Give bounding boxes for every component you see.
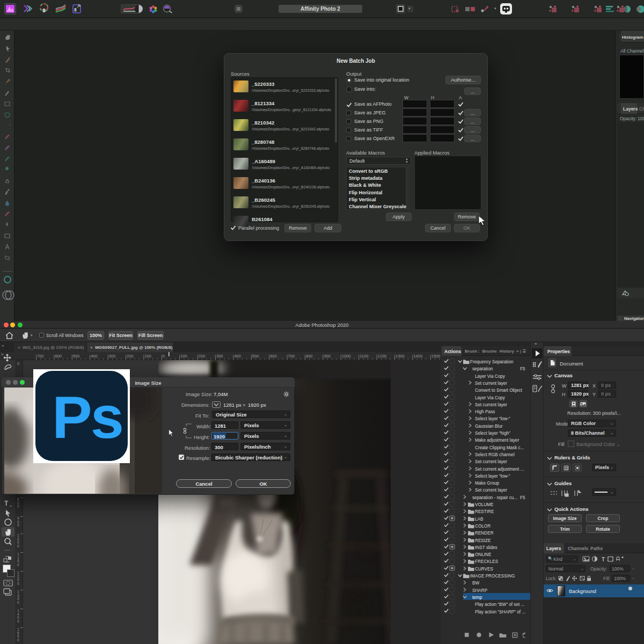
svg-text:0: 0 [163, 354, 165, 358]
svg-text:SHARP: SHARP [472, 588, 488, 593]
svg-text:Convert to Smart Object: Convert to Smart Object [475, 388, 523, 393]
svg-text:0: 0 [17, 601, 19, 604]
svg-text:900: 900 [324, 354, 331, 358]
svg-text:300: 300 [216, 354, 223, 358]
svg-text:Set current layer: Set current layer [475, 381, 507, 386]
svg-text:1100: 1100 [360, 354, 368, 358]
svg-text:0: 0 [17, 563, 19, 567]
svg-text:FRECKLES: FRECKLES [475, 559, 499, 564]
svg-text:1000: 1000 [342, 354, 351, 358]
svg-text:Gaussian Blur: Gaussian Blur [475, 424, 503, 429]
svg-text:F5: F5 [520, 495, 525, 500]
svg-text:separation - repair cu...: separation - repair cu... [472, 495, 517, 500]
svg-text:700: 700 [288, 354, 295, 358]
svg-text:RESTIRE: RESTIRE [475, 509, 494, 514]
svg-text:0: 0 [17, 638, 19, 642]
svg-text:Select layer “low-”: Select layer “low-” [475, 474, 510, 479]
svg-text:0: 0 [17, 544, 19, 548]
svg-text:RESIZE: RESIZE [475, 538, 491, 543]
svg-text:separation: separation [472, 367, 493, 371]
svg-text:0: 0 [17, 362, 19, 365]
svg-text:Make adjustment layer: Make adjustment layer [475, 438, 519, 443]
svg-text:200: 200 [199, 354, 206, 358]
svg-text:CURVES: CURVES [475, 567, 494, 572]
svg-text:600: 600 [270, 354, 277, 358]
svg-text:High Pass: High Pass [475, 409, 495, 414]
svg-text:Select RGB channel: Select RGB channel [475, 452, 515, 457]
svg-text:1200: 1200 [378, 354, 387, 358]
svg-text:500: 500 [73, 354, 80, 358]
svg-text:500: 500 [252, 354, 259, 358]
svg-text:100: 100 [180, 354, 187, 358]
svg-text:0: 0 [17, 504, 19, 508]
svg-text:800: 800 [306, 354, 313, 358]
svg-text:400: 400 [234, 354, 241, 358]
svg-text:Play action “BW” of set ...: Play action “BW” of set ... [475, 602, 524, 607]
svg-text:VOLUME: VOLUME [475, 502, 494, 507]
svg-text:Layer Via Copy: Layer Via Copy [475, 396, 506, 400]
svg-text:200: 200 [127, 354, 134, 358]
svg-text:600: 600 [55, 354, 62, 358]
svg-text:RENDER: RENDER [475, 531, 494, 536]
svg-text:Set current layer: Set current layer [475, 402, 507, 407]
svg-text:400: 400 [91, 354, 98, 358]
svg-text:LAB: LAB [475, 517, 484, 522]
svg-text:temp: temp [472, 595, 482, 600]
svg-text:100: 100 [144, 354, 151, 358]
svg-text:ONLINE: ONLINE [475, 552, 492, 557]
svg-text:Set current adjustment ...: Set current adjustment ... [475, 467, 524, 472]
svg-text:T: T [602, 557, 605, 562]
svg-text:T: T [4, 500, 9, 507]
svg-text:Set current layer: Set current layer [475, 488, 507, 493]
svg-text:INST slides: INST slides [475, 545, 497, 550]
svg-text:0: 0 [17, 523, 19, 527]
svg-text:Layer Via Copy: Layer Via Copy [475, 374, 506, 379]
svg-text:Create Clipping Mask c...: Create Clipping Mask c... [475, 445, 524, 450]
svg-text:IMAGE PROCESSING: IMAGE PROCESSING [470, 574, 515, 579]
svg-text:BW: BW [472, 581, 479, 586]
svg-text:0: 0 [17, 619, 19, 623]
svg-text:1500: 1500 [431, 354, 441, 358]
svg-text:300: 300 [109, 354, 116, 358]
svg-text:F5: F5 [520, 367, 525, 371]
svg-text:COLOR: COLOR [475, 524, 491, 529]
svg-text:Play action “SHARP” of ...: Play action “SHARP” of ... [475, 610, 525, 614]
svg-text:0: 0 [17, 582, 19, 586]
svg-text:700: 700 [37, 354, 44, 358]
svg-text:Frequency Separation: Frequency Separation [470, 360, 514, 364]
svg-text:Make Group: Make Group [475, 481, 499, 486]
svg-text:Set current layer: Set current layer [475, 459, 507, 464]
svg-text:1300: 1300 [396, 354, 405, 358]
svg-text:Select layer “low-”: Select layer “low-” [475, 416, 510, 421]
svg-text:Select layer “high”: Select layer “high” [475, 431, 510, 436]
svg-text:1400: 1400 [413, 354, 422, 358]
